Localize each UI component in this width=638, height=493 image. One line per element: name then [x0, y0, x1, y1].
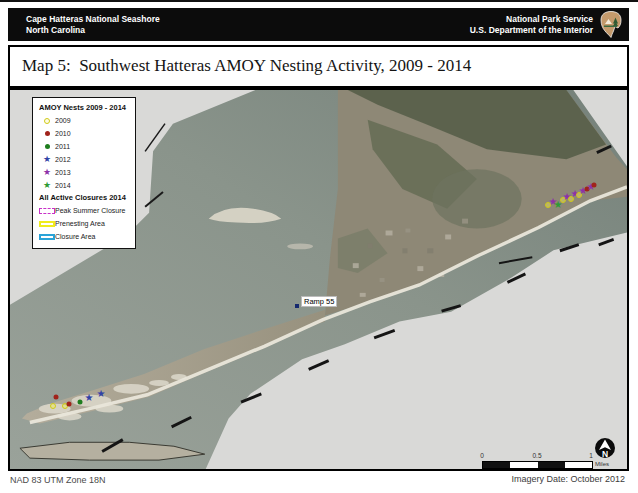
- map-title: Map 5: Southwest Hatteras AMOY Nesting A…: [22, 56, 471, 76]
- nps-header-band: Cape Hatteras National Seashore North Ca…: [8, 8, 629, 41]
- legend-closure-label: Prenesting Area: [55, 220, 105, 227]
- title-box: Map 5: Southwest Hatteras AMOY Nesting A…: [8, 45, 629, 88]
- park-name: Cape Hatteras National Seashore: [26, 14, 160, 25]
- nps-arrowhead-icon: [600, 11, 622, 38]
- ramp-55-marker: [295, 304, 299, 308]
- imagery-date-label: Imagery Date: October 2012: [511, 474, 625, 484]
- scale-tick: 1: [589, 452, 593, 459]
- legend-year-label: 2014: [55, 182, 71, 189]
- dot-icon: [45, 144, 50, 149]
- dashed-area-swatch: [39, 208, 55, 214]
- legend-item-2010: 2010: [39, 127, 131, 140]
- scale-segment: [483, 462, 510, 468]
- legend-item-2011: 2011: [39, 140, 131, 153]
- page-top-border: [0, 0, 638, 2]
- map-document-page: Cape Hatteras National Seashore North Ca…: [0, 0, 638, 493]
- scale-tick: 0.5: [532, 452, 541, 459]
- star-icon: ★: [43, 155, 51, 164]
- legend-year-label: 2011: [55, 143, 70, 150]
- small-shoal: [287, 243, 313, 249]
- legend-year-label: 2010: [55, 130, 71, 137]
- prenesting-area-swatch: [39, 221, 55, 227]
- star-icon: ★: [43, 168, 51, 177]
- dot-icon: [45, 131, 50, 136]
- logo-ground: [604, 26, 617, 28]
- legend-year-label: 2012: [55, 156, 71, 163]
- legend-item-2009: 2009: [39, 114, 131, 127]
- agency-identity: National Park Service U.S. Department of…: [470, 14, 593, 35]
- agency-name: National Park Service: [470, 14, 593, 25]
- legend-year-label: 2013: [55, 169, 71, 176]
- legend-item-2014: ★ 2014: [39, 179, 131, 192]
- ramp-55-label: Ramp 55: [301, 296, 337, 307]
- closure-area-swatch: [39, 234, 55, 240]
- park-state: North Carolina: [26, 25, 160, 36]
- scale-bar: 0 0.5 1 Miles: [472, 452, 629, 471]
- datum-label: NAD 83 UTM Zone 18N: [10, 475, 106, 485]
- legend-item-2012: ★ 2012: [39, 153, 131, 166]
- legend-box: AMOY Nests 2009 - 2014 2009 2010 2011 ★ …: [32, 97, 136, 249]
- legend-item-2013: ★ 2013: [39, 166, 131, 179]
- arrowhead-shape: [601, 12, 621, 38]
- scale-tick: 0: [480, 452, 484, 459]
- scale-segment: [565, 462, 592, 468]
- scale-segment: [510, 462, 537, 468]
- open-circle-icon: [44, 118, 50, 124]
- legend-item-closure-area: Closure Area: [39, 230, 131, 243]
- legend-nests-title: AMOY Nests 2009 - 2014: [39, 103, 131, 112]
- map-frame: AMOY Nests 2009 - 2014 2009 2010 2011 ★ …: [8, 88, 629, 471]
- legend-closure-label: Closure Area: [55, 233, 95, 240]
- legend-year-label: 2009: [55, 117, 71, 124]
- star-icon: ★: [43, 181, 51, 190]
- legend-closures-title: All Active Closures 2014: [39, 193, 131, 202]
- department-name: U.S. Department of the Interior: [470, 25, 593, 36]
- legend-item-peak-summer-closure: Peak Summer Closure: [39, 204, 131, 217]
- legend-closure-label: Peak Summer Closure: [55, 207, 125, 214]
- scale-unit-label: Miles: [595, 461, 609, 467]
- scale-bar-segments: [482, 461, 593, 469]
- legend-item-prenesting-area: Prenesting Area: [39, 217, 131, 230]
- park-identity: Cape Hatteras National Seashore North Ca…: [26, 14, 160, 35]
- scale-segment: [538, 462, 565, 468]
